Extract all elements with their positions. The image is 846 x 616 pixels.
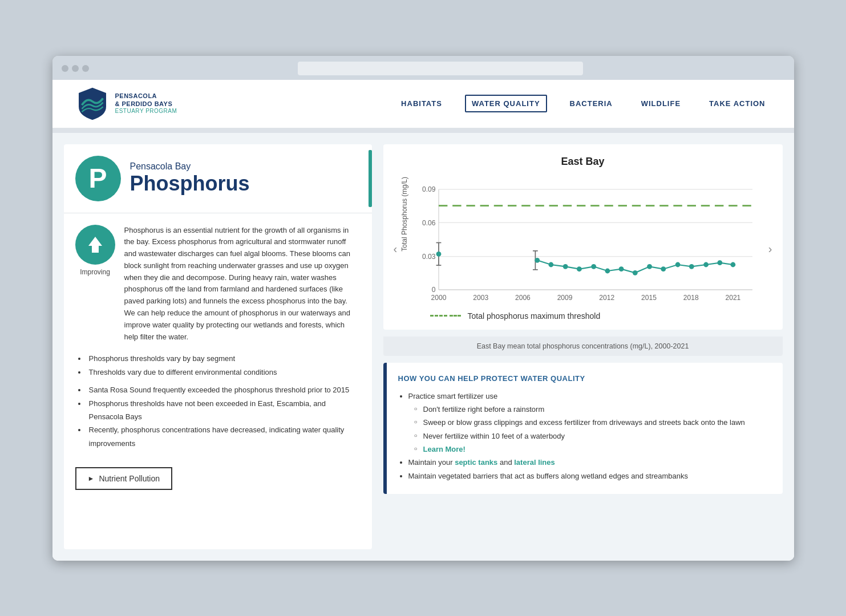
bullet-section: Phosphorus thresholds vary by bay segmen… <box>64 352 372 461</box>
y-axis-label: Total Phosphorus (mg/L) <box>400 177 408 252</box>
panel-header: P Pensacola Bay Phosphorus <box>64 144 372 213</box>
data-point <box>577 266 582 271</box>
main-content: P Pensacola Bay Phosphorus <box>52 133 794 561</box>
data-point <box>436 251 441 256</box>
legend-dash-line2 <box>450 315 461 317</box>
help-title: HOW YOU CAN HELP PROTECT WATER QUALITY <box>398 374 771 383</box>
svg-text:2003: 2003 <box>473 293 488 301</box>
nutrient-name: Phosphorus <box>130 172 250 196</box>
chart-title: East Bay <box>400 156 766 168</box>
data-point <box>535 257 540 262</box>
legend-dash-line <box>430 315 447 317</box>
button-section: ► Nutrient Pollution <box>64 461 372 501</box>
improving-label: Improving <box>80 268 110 276</box>
nav-bacteria[interactable]: BACTERIA <box>564 96 618 111</box>
nav-wildlife[interactable]: WILDLIFE <box>635 96 686 111</box>
list-item: Phosphorus thresholds have not been exce… <box>87 397 361 424</box>
nav-habitats[interactable]: HABITATS <box>395 96 448 111</box>
help-accent-bar <box>383 363 387 495</box>
nutrient-btn-label: Nutrient Pollution <box>99 474 160 483</box>
bay-name: Pensacola Bay <box>130 161 250 172</box>
logo-line2: & PERDIDO BAYS <box>115 100 177 108</box>
svg-marker-0 <box>88 237 102 253</box>
data-point <box>689 264 694 269</box>
chart-container: East Bay ‹ Total Phosphorus (mg/L) <box>383 144 783 330</box>
chart-next-button[interactable]: › <box>764 242 777 255</box>
status-icon-area: Improving <box>75 225 115 276</box>
svg-text:0.06: 0.06 <box>422 218 435 226</box>
nutrient-pollution-button[interactable]: ► Nutrient Pollution <box>75 467 173 490</box>
gray-band <box>52 128 794 133</box>
lateral-lines-link[interactable]: lateral lines <box>514 458 555 467</box>
logo-area: PENSACOLA & PERDIDO BAYS ESTUARY PROGRAM <box>75 87 177 121</box>
status-section: Improving Phosphorus is an essential nut… <box>64 213 372 352</box>
data-point <box>675 262 680 267</box>
chart-caption: East Bay mean total phosphorus concentra… <box>383 337 783 356</box>
help-content: HOW YOU CAN HELP PROTECT WATER QUALITY P… <box>383 363 783 495</box>
address-bar[interactable] <box>298 62 583 75</box>
list-item: Don't fertilize right before a rainstorm <box>414 403 771 416</box>
data-point <box>562 264 568 269</box>
chart-body: 0.09 0.06 0.03 0 2000 2003 2006 2009 <box>413 177 766 321</box>
svg-text:2012: 2012 <box>599 293 614 301</box>
data-point <box>703 262 709 267</box>
svg-text:2006: 2006 <box>515 293 530 301</box>
help-item-text: Practice smart fertilizer use <box>408 392 498 400</box>
help-sublist: Don't fertilize right before a rainstorm… <box>408 403 771 456</box>
legend-label: Total phosphorus maximum threshold <box>468 311 601 321</box>
nav-water-quality[interactable]: WATER QUALITY <box>465 95 547 112</box>
list-item: Recently, phosphorus concentrations have… <box>87 423 361 450</box>
chart-svg: 0.09 0.06 0.03 0 2000 2003 2006 2009 <box>413 177 766 302</box>
svg-text:2018: 2018 <box>683 293 698 301</box>
list-item: Maintain your septic tanks and lateral l… <box>408 456 771 469</box>
list-item: Never fertilize within 10 feet of a wate… <box>414 429 771 443</box>
list-item: Learn More! <box>414 443 771 456</box>
browser-dots <box>62 65 89 72</box>
p-icon-circle: P <box>75 156 121 201</box>
svg-text:2021: 2021 <box>725 293 740 301</box>
logo-text: PENSACOLA & PERDIDO BAYS ESTUARY PROGRAM <box>115 92 177 114</box>
data-point <box>632 270 637 275</box>
logo-line1: PENSACOLA <box>115 92 177 100</box>
svg-text:2015: 2015 <box>641 293 657 301</box>
septic-tanks-link[interactable]: septic tanks <box>455 458 497 467</box>
svg-text:0: 0 <box>431 286 435 294</box>
data-point <box>605 268 610 273</box>
list-item: Thresholds vary due to different environ… <box>87 366 361 379</box>
chart-wrapper: ‹ Total Phosphorus (mg/L) <box>400 177 766 321</box>
logo-line3: ESTUARY PROGRAM <box>115 108 177 115</box>
list-item: Maintain vegetated barriers that act as … <box>408 469 771 483</box>
list-item: Sweep or blow grass clippings and excess… <box>414 416 771 429</box>
svg-text:2000: 2000 <box>431 293 446 301</box>
data-point <box>647 264 652 269</box>
data-point <box>591 264 596 269</box>
arrow-up-icon <box>85 234 106 255</box>
help-section: HOW YOU CAN HELP PROTECT WATER QUALITY P… <box>383 363 783 495</box>
site-header: PENSACOLA & PERDIDO BAYS ESTUARY PROGRAM… <box>52 80 794 128</box>
chart-area: Total Phosphorus (mg/L) <box>400 177 766 321</box>
header-text: Pensacola Bay Phosphorus <box>130 161 250 196</box>
data-point <box>548 262 553 267</box>
left-panel: P Pensacola Bay Phosphorus <box>64 144 372 549</box>
description-text: Phosphorus is an essential nutrient for … <box>124 225 361 343</box>
nav-take-action[interactable]: TAKE ACTION <box>703 96 771 111</box>
improving-icon <box>75 225 115 265</box>
p-letter: P <box>88 163 107 194</box>
dot-green <box>82 65 89 72</box>
list-item: Phosphorus thresholds vary by bay segmen… <box>87 352 361 365</box>
data-point <box>661 266 666 271</box>
svg-text:0.03: 0.03 <box>422 253 435 261</box>
data-point <box>717 260 722 265</box>
list-item: Practice smart fertilizer use Don't fert… <box>408 390 771 456</box>
green-accent-bar <box>369 150 372 207</box>
play-icon: ► <box>88 475 95 483</box>
data-point <box>618 266 624 271</box>
svg-text:2009: 2009 <box>557 293 572 301</box>
list-item: Santa Rosa Sound frequently exceeded the… <box>87 383 361 396</box>
browser-window: PENSACOLA & PERDIDO BAYS ESTUARY PROGRAM… <box>52 56 794 561</box>
bullet-list: Phosphorus thresholds vary by bay segmen… <box>75 352 361 450</box>
legend-threshold <box>430 315 461 317</box>
learn-more-link[interactable]: Learn More! <box>423 445 465 453</box>
dot-yellow <box>72 65 79 72</box>
browser-chrome <box>52 56 794 80</box>
